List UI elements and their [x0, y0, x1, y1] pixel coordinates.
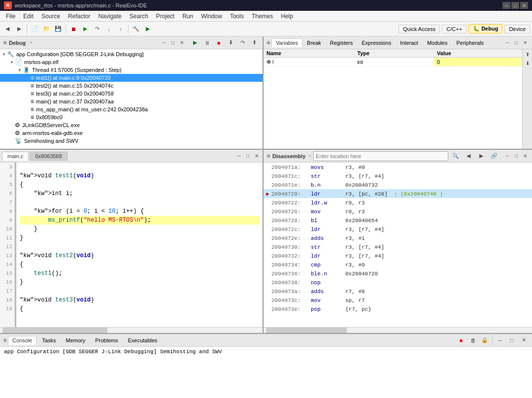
debug-resume-btn[interactable]: ▶: [190, 37, 200, 48]
menu-item-run[interactable]: Run: [178, 12, 197, 21]
disasm-args: r3, [r7, #4]: [345, 225, 530, 233]
tree-icon: ⚙: [15, 130, 20, 136]
maximize-button[interactable]: □: [511, 2, 519, 9]
cpp-badge-button[interactable]: C/C++: [442, 25, 466, 33]
toolbar-run-button[interactable]: ▶: [142, 24, 153, 34]
debug-tree-item[interactable]: ▼📄msrtos-app.elf: [0, 58, 263, 66]
debug-suspend-btn[interactable]: ⏸: [201, 37, 212, 48]
debug-panel-close[interactable]: ✕: [178, 39, 186, 47]
console-close[interactable]: ✕: [518, 335, 529, 346]
vars-minimize[interactable]: ─: [503, 39, 511, 47]
vars-tab-peripherals[interactable]: Peripherals: [452, 38, 488, 47]
toolbar-debug-button[interactable]: ⏹: [68, 24, 79, 34]
editor-minimize[interactable]: ─: [235, 152, 243, 160]
toolbar-save-button[interactable]: 💾: [53, 24, 64, 34]
console-stop-btn[interactable]: ■: [456, 335, 466, 346]
debug-tree-item[interactable]: ≡ms_app_main() at ms_user.c:242 0x200423…: [0, 105, 263, 113]
console-tab-problems[interactable]: Problems: [91, 336, 122, 345]
toolbar-step-out-button[interactable]: ↑: [115, 24, 126, 34]
debug-tree-item[interactable]: ≡test2() at main.c:15 0x2004074c: [0, 82, 263, 90]
editor-tab-0x8063568[interactable]: 0x8063568: [30, 152, 67, 161]
menu-item-navigate[interactable]: Navigate: [94, 12, 125, 21]
debug-tree-item[interactable]: 📡Semihosting and SWV: [0, 137, 263, 145]
disasm-minimize[interactable]: ─: [503, 152, 511, 160]
debug-tree-item[interactable]: ≡test3() at main.c:20 0x20040758: [0, 90, 263, 98]
console-maximize[interactable]: □: [506, 335, 517, 346]
editor-close[interactable]: ✕: [253, 152, 261, 160]
disasm-fwd-button[interactable]: ▶: [476, 151, 487, 162]
editor-scrollbar-h[interactable]: [0, 327, 263, 333]
console-tab-memory[interactable]: Memory: [61, 336, 90, 345]
debug-stepover-btn[interactable]: ↷: [237, 37, 248, 48]
menu-item-file[interactable]: File: [2, 12, 19, 21]
menu-item-source[interactable]: Source: [37, 12, 64, 21]
menu-item-refactor[interactable]: Refactor: [64, 12, 94, 21]
disasm-go-button[interactable]: 🔍: [450, 151, 461, 162]
device-badge-button[interactable]: Device: [504, 25, 530, 33]
debug-tree-item[interactable]: ⚙JLinkGDBServerCL.exe: [0, 121, 263, 129]
debug-tree-item[interactable]: ≡main() at main.c:37 0x200407aa: [0, 98, 263, 105]
close-button[interactable]: ✕: [520, 2, 528, 9]
menu-item-edit[interactable]: Edit: [19, 12, 37, 21]
vars-sidebar-btn2[interactable]: ⬇: [524, 59, 532, 67]
debug-tree-item[interactable]: ▼🔧app Configuration [GDB SEGGER J-Link D…: [0, 50, 263, 58]
toolbar-build-button[interactable]: 🔨: [131, 24, 141, 34]
vars-tab-modules[interactable]: Modules: [423, 38, 452, 47]
debug-stop-btn[interactable]: ■: [213, 37, 224, 48]
menu-item-window[interactable]: Window: [197, 12, 226, 21]
debug-panel-minimize[interactable]: ─: [160, 39, 168, 47]
menu-item-search[interactable]: Search: [126, 12, 152, 21]
menu-item-help[interactable]: Help: [277, 12, 297, 21]
disasm-scrollbar-h[interactable]: [264, 327, 532, 333]
disasm-close[interactable]: ✕: [521, 152, 529, 160]
debug-tree-item[interactable]: ≡0x8059bc0: [0, 113, 263, 121]
vars-close[interactable]: ✕: [521, 39, 529, 47]
vars-sidebar-btn1[interactable]: ⬆: [524, 50, 532, 58]
console-clear-btn[interactable]: 🗑: [467, 335, 478, 346]
quick-access-button[interactable]: Quick Access: [399, 25, 440, 33]
debug-badge-button[interactable]: 🐛 Debug: [468, 24, 502, 33]
disasm-maximize[interactable]: □: [512, 152, 520, 160]
disasm-arrow: ◆: [266, 190, 271, 198]
toolbar-resume-button[interactable]: ▶: [80, 24, 91, 34]
disasm-link-button[interactable]: 🔗: [489, 151, 499, 162]
vars-tab-interact[interactable]: Interact: [396, 38, 423, 47]
debug-panel-maximize[interactable]: □: [169, 39, 177, 47]
toolbar-open-button[interactable]: 📁: [41, 24, 52, 34]
vars-tab-expressions[interactable]: Expressions: [357, 38, 396, 47]
code-area[interactable]: "kw">void test1(void){ "kw">int i; "kw">…: [17, 163, 263, 313]
debug-tree-item[interactable]: ≡test1() at main.c:9 0x20040720: [0, 74, 263, 82]
console-tab-executables[interactable]: Executables: [124, 336, 162, 345]
vars-tab-break[interactable]: Break: [302, 38, 326, 47]
console-scroll-lock-btn[interactable]: 🔒: [479, 335, 490, 346]
debug-tree-item[interactable]: ⚙arm-msrtos-eabi-gdb.exe: [0, 129, 263, 137]
console-tab-console[interactable]: Console: [8, 336, 36, 345]
vars-maximize[interactable]: □: [512, 39, 520, 47]
menu-item-tools[interactable]: Tools: [226, 12, 248, 21]
console-minimize[interactable]: ─: [495, 335, 505, 346]
toolbar-fwd-button[interactable]: ▶: [14, 24, 25, 34]
toolbar-back-button[interactable]: ◀: [2, 24, 13, 34]
debug-stepinto-btn[interactable]: ⬇: [225, 37, 236, 48]
editor-maximize[interactable]: □: [244, 152, 252, 160]
disasm-back-button[interactable]: ◀: [463, 151, 474, 162]
disasm-location-input[interactable]: [313, 151, 448, 161]
disasm-addr: 2004071c:: [271, 172, 311, 180]
disasm-body[interactable]: 2004071a: movs r3, #0 2004071c: str r3, …: [264, 163, 532, 327]
toolbar-step-into-button[interactable]: ↓: [103, 24, 114, 34]
toolbar-step-over-button[interactable]: ↷: [92, 24, 102, 34]
editor-body[interactable]: 345678910111213141516171819 "kw">void te…: [0, 163, 263, 327]
editor-tab-main-c[interactable]: main.c: [2, 152, 29, 161]
disasm-args: r9, r3: [345, 199, 530, 206]
toolbar-new-button[interactable]: 📄: [29, 24, 40, 34]
debug-stepout-btn[interactable]: ⬆: [249, 37, 260, 48]
vars-tab-registers[interactable]: Registers: [326, 38, 357, 47]
editor-tabs: main.c0x8063568: [2, 152, 67, 161]
menu-item-project[interactable]: Project: [152, 12, 178, 21]
debug-tree-item[interactable]: ▼🧵Thread #1 57005 (Suspended : Step): [0, 66, 263, 74]
tree-label: Thread #1 57005 (Suspended : Step): [32, 67, 122, 73]
menu-item-themes[interactable]: Themes: [248, 12, 277, 21]
minimize-button[interactable]: ─: [502, 2, 510, 9]
console-tab-tasks[interactable]: Tasks: [37, 336, 60, 345]
vars-tab-variables[interactable]: Variables: [271, 38, 302, 47]
